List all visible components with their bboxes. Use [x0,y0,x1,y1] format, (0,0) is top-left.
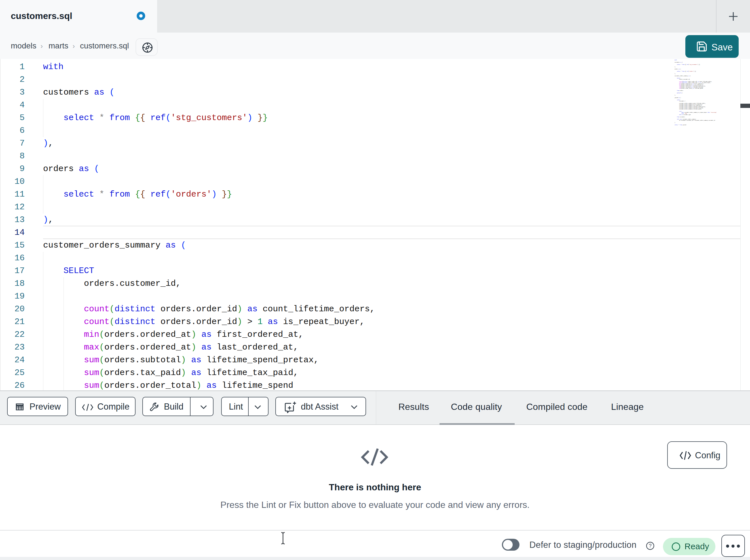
svg-text:?: ? [649,543,652,549]
